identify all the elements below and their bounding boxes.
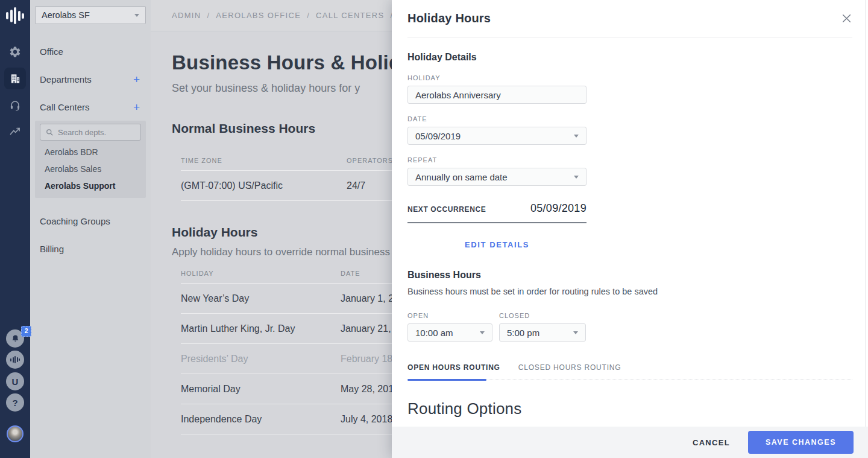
holiday-name-cell: Martin Luther King, Jr. Day [181, 323, 341, 334]
admin-sidebar: Aerolabs SF Office Departments + Call Ce… [30, 0, 151, 458]
search-icon [46, 129, 54, 136]
breadcrumb-separator: / [207, 11, 210, 20]
date-value: 05/09/2019 [415, 131, 461, 141]
analytics-trend-icon[interactable] [9, 126, 21, 138]
support-headset-icon[interactable] [9, 99, 21, 111]
dialpad-wave-icon [6, 7, 24, 24]
avatar-photo [7, 425, 24, 442]
column-holiday: HOLIDAY [181, 270, 341, 277]
holiday-date-cell: May 28, 2018 [341, 384, 399, 395]
call-center-list-panel: Aerolabs BDR Aerolabs Sales Aerolabs Sup… [35, 121, 146, 198]
holiday-date-cell: January 21, 2 [341, 323, 399, 334]
dialpad-app-button[interactable] [6, 351, 24, 369]
uservoice-button[interactable]: U [6, 372, 24, 390]
repeat-value: Annually on same date [415, 172, 508, 182]
routing-options-heading: Routing Options [407, 399, 852, 418]
next-occurrence-row: NEXT OCCURRENCE 05/09/2019 [407, 202, 587, 223]
call-center-label: Aerolabs Sales [45, 164, 101, 174]
sidebar-item-label: Departments [40, 74, 92, 84]
chevron-down-icon [574, 176, 579, 179]
next-occurrence-value: 05/09/2019 [530, 202, 587, 215]
holiday-date-cell: February 18, [341, 354, 395, 364]
modal-title: Holiday Hours [407, 11, 491, 25]
repeat-select[interactable]: Annually on same date [407, 168, 587, 186]
holiday-hours-modal: Holiday Hours Holiday Details HOLIDAY Ae… [392, 0, 868, 458]
holiday-name-value: Aerolabs Anniversary [415, 90, 501, 100]
add-call-center-button[interactable]: + [133, 101, 140, 113]
sidebar-item-office[interactable]: Office [40, 44, 146, 59]
sidebar-item-label: Billing [40, 244, 64, 254]
holiday-field-label: HOLIDAY [407, 74, 852, 81]
next-occurrence-label: NEXT OCCURRENCE [407, 205, 486, 214]
date-field-label: DATE [407, 115, 852, 122]
sidebar-item-label: Office [40, 46, 63, 57]
open-label: OPEN [407, 312, 492, 319]
routing-tabs: OPEN HOURS ROUTING CLOSED HOURS ROUTING [407, 363, 852, 380]
open-time-value: 10:00 am [415, 328, 453, 338]
call-center-label: Aerolabs Support [45, 181, 115, 191]
holiday-name-cell: Independence Day [181, 414, 341, 425]
sidebar-item-billing[interactable]: Billing [40, 241, 146, 256]
holiday-date-cell: January 1, 20 [341, 293, 399, 304]
open-time-select[interactable]: 10:00 am [407, 323, 492, 342]
app-root: 2 U ? Aerolabs SF Office D [0, 0, 868, 458]
holiday-name-input[interactable]: Aerolabs Anniversary [407, 86, 587, 104]
chevron-down-icon [573, 331, 578, 334]
holiday-date-cell: July 4, 2018 [341, 414, 392, 425]
sidebar-item-call-centers[interactable]: Call Centers + [40, 100, 146, 114]
settings-gear-icon[interactable] [9, 46, 22, 59]
closed-time-value: 5:00 pm [507, 328, 539, 338]
save-changes-button[interactable]: SAVE CHANGES [748, 431, 854, 454]
cancel-button[interactable]: CANCEL [693, 438, 730, 447]
sidebar-item-coaching-groups[interactable]: Coaching Groups [40, 214, 146, 228]
office-nav-active[interactable] [4, 68, 26, 89]
breadcrumb-office[interactable]: AEROLABS OFFICE [216, 11, 301, 20]
holiday-name-cell: Presidents’ Day [181, 354, 341, 364]
modal-footer: CANCEL SAVE CHANGES [392, 427, 868, 458]
notification-count-badge: 2 [21, 326, 31, 337]
close-icon[interactable] [840, 13, 852, 25]
chevron-down-icon [134, 14, 139, 17]
sidebar-item-departments[interactable]: Departments + [40, 72, 146, 86]
operators-cell: 24/7 [347, 180, 365, 191]
repeat-field-label: REPEAT [407, 156, 852, 164]
search-input[interactable] [58, 128, 130, 137]
help-icon: ? [6, 393, 24, 412]
breadcrumb-call-centers[interactable]: CALL CENTERS [316, 11, 384, 20]
office-building-icon [4, 68, 26, 89]
uservoice-icon: U [6, 372, 24, 390]
breadcrumb-separator: / [307, 11, 310, 20]
holiday-name-cell: Memorial Day [181, 384, 341, 395]
help-button[interactable]: ? [6, 393, 24, 412]
time-zone-cell: (GMT-07:00) US/Pacific [181, 180, 347, 191]
chevron-down-icon [574, 135, 579, 138]
edit-details-link[interactable]: EDIT DETAILS [407, 240, 587, 249]
notifications-button[interactable]: 2 [6, 329, 24, 348]
closed-label: CLOSED [499, 312, 586, 319]
breadcrumb-admin[interactable]: ADMIN [172, 11, 201, 20]
sidebar-item-label: Call Centers [40, 102, 90, 112]
call-center-item-support-selected[interactable]: Aerolabs Support [45, 179, 115, 192]
holiday-details-heading: Holiday Details [407, 52, 852, 63]
user-avatar[interactable] [7, 425, 24, 442]
office-selector-dropdown[interactable]: Aerolabs SF [35, 6, 146, 24]
dialpad-logo-icon[interactable] [6, 7, 24, 24]
add-department-button[interactable]: + [133, 74, 140, 85]
holiday-name-cell: New Year’s Day [181, 293, 341, 304]
office-selector-value: Aerolabs SF [42, 10, 90, 20]
tab-closed-hours-routing[interactable]: CLOSED HOURS ROUTING [518, 363, 621, 380]
date-select[interactable]: 05/09/2019 [407, 127, 587, 145]
business-hours-heading: Business Hours [407, 270, 852, 281]
tab-open-hours-routing[interactable]: OPEN HOURS ROUTING [407, 363, 500, 380]
chevron-down-icon [480, 331, 485, 334]
closed-time-select[interactable]: 5:00 pm [499, 323, 586, 342]
column-time-zone: TIME ZONE [181, 157, 347, 164]
call-center-item-sales[interactable]: Aerolabs Sales [45, 162, 101, 176]
icon-rail: 2 U ? [0, 0, 30, 458]
column-date: DATE [341, 270, 360, 277]
department-search[interactable] [40, 124, 141, 141]
call-center-label: Aerolabs BDR [45, 147, 98, 157]
sidebar-item-label: Coaching Groups [40, 216, 110, 226]
bell-icon [11, 334, 20, 343]
call-center-item-bdr[interactable]: Aerolabs BDR [45, 145, 98, 159]
